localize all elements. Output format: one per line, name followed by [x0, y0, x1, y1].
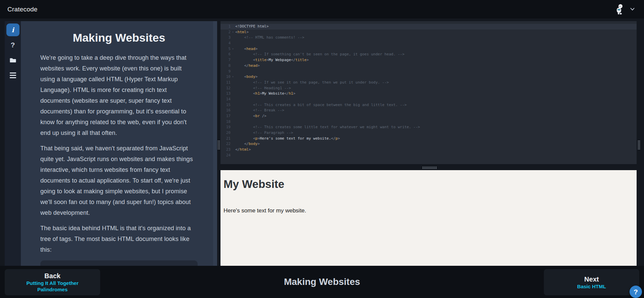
line-number: 12 [220, 86, 231, 91]
line-number: 3 [220, 35, 231, 41]
question-mark-icon: ? [11, 41, 15, 49]
code-line[interactable]: 21 <p>Here's some text for my website.</… [220, 136, 637, 142]
back-label: Back [44, 272, 61, 280]
code-line[interactable]: 13 <h1>My Website</h1> [220, 91, 637, 97]
brand-logo[interactable]: Cratecode [7, 6, 37, 13]
line-number: 17 [220, 113, 231, 119]
line-number: 10 [220, 74, 231, 80]
code-line[interactable]: 1<!DOCTYPE html> [220, 24, 637, 30]
line-number: 11 [220, 80, 231, 86]
panel-resize-grip-right[interactable] [638, 140, 640, 149]
code-line[interactable]: 5▾ <head> [220, 46, 637, 52]
line-number: 7 [220, 57, 231, 63]
sidebar-item-menu[interactable] [6, 69, 19, 82]
code-line[interactable]: 23</html> [220, 147, 637, 153]
line-number: 24 [220, 153, 231, 158]
code-line[interactable]: 12 <!-- Heading1 --> [220, 86, 637, 91]
lesson-title: Making Websites [40, 31, 198, 44]
website-preview-pane: My Website Here's some text for my websi… [220, 170, 637, 266]
code-editor[interactable]: 1<!DOCTYPE html>2▾<html>3 <!-- HTML has … [220, 21, 637, 164]
panel-resize-grip-left[interactable] [217, 140, 220, 149]
line-number: 6 [220, 52, 231, 57]
preview-body-text: Here's some text for my website. [224, 207, 637, 214]
top-navbar: Cratecode [0, 0, 644, 18]
code-line[interactable]: 2▾<html> [220, 30, 637, 35]
code-line[interactable]: 17 <br /> [220, 113, 637, 119]
code-line[interactable]: 8 </head> [220, 63, 637, 69]
line-number: 14 [220, 97, 231, 102]
folder-icon [10, 57, 16, 63]
code-line[interactable]: 4 [220, 41, 637, 46]
code-line[interactable]: 3 <!-- HTML has comments! --> [220, 35, 637, 41]
line-number: 19 [220, 125, 231, 130]
panel-resize-grip-horizontal[interactable] [422, 166, 437, 169]
sidebar-item-info[interactable]: i [6, 23, 19, 36]
back-link-lesson[interactable]: Putting It All Together [27, 280, 79, 286]
user-avatar[interactable] [614, 4, 625, 15]
line-number: 1 [220, 24, 231, 30]
line-number: 21 [220, 136, 231, 142]
fold-arrow-icon[interactable]: ▾ [231, 46, 235, 52]
back-nav-card[interactable]: Back Putting It All Together Palindromes [5, 269, 100, 295]
lesson-scrollbar[interactable] [213, 21, 217, 266]
line-number: 20 [220, 130, 231, 136]
lesson-paragraph: We're going to take a deep dive through … [40, 52, 198, 138]
line-number: 23 [220, 147, 231, 153]
code-line[interactable]: 6 <!-- If something can't be seen on the… [220, 52, 637, 57]
fold-arrow-icon[interactable]: ▾ [231, 30, 235, 35]
line-number: 2 [220, 30, 231, 35]
sidebar-item-files[interactable] [6, 54, 19, 66]
lesson-panel: Making Websites We're going to take a de… [21, 21, 217, 266]
line-number: 18 [220, 119, 231, 125]
code-line[interactable]: 19 <!-- This creates some little text fo… [220, 125, 637, 130]
next-nav-card[interactable]: Next Basic HTML [544, 269, 639, 295]
code-line[interactable]: 24 [220, 153, 637, 158]
help-button[interactable]: ? [630, 286, 642, 298]
bottom-navigation-bar: Back Putting It All Together Palindromes… [0, 266, 644, 298]
lesson-code-block: <!DOCTYPE html> [40, 260, 198, 266]
robot-avatar-icon [614, 4, 625, 15]
code-line[interactable]: 11 <!-- If we see it on the page, then w… [220, 80, 637, 86]
chevron-down-icon[interactable] [630, 8, 635, 11]
line-number: 8 [220, 63, 231, 69]
line-number: 15 [220, 102, 231, 108]
code-line[interactable]: 9 [220, 69, 637, 74]
hamburger-menu-icon [10, 72, 16, 78]
code-line[interactable]: 16 <!-- Break --> [220, 108, 637, 113]
fold-arrow-icon[interactable]: ▾ [231, 74, 235, 80]
lesson-sidebar: i ? [5, 21, 21, 266]
line-number: 16 [220, 108, 231, 113]
sidebar-item-help[interactable]: ? [6, 39, 19, 51]
preview-heading: My Website [224, 178, 637, 191]
info-icon: i [11, 26, 14, 34]
line-number: 4 [220, 41, 231, 46]
code-line[interactable]: 10▾ <body> [220, 74, 637, 80]
code-line[interactable]: 14 [220, 97, 637, 102]
lesson-paragraph: That being said, we haven't separated fr… [40, 143, 198, 218]
code-line[interactable]: 7 <title>My Webpage</title> [220, 57, 637, 63]
lesson-paragraph: The basic idea behind HTML is that it's … [40, 223, 198, 255]
next-link-lesson[interactable]: Basic HTML [577, 284, 606, 290]
code-line[interactable]: 20 <!-- Paragraph --> [220, 130, 637, 136]
line-number: 5 [220, 46, 231, 52]
line-number: 13 [220, 91, 231, 97]
line-number: 22 [220, 141, 231, 147]
code-line[interactable]: 15 <!-- This creates a bit of space betw… [220, 102, 637, 108]
back-link-lesson[interactable]: Palindromes [37, 287, 68, 293]
code-line[interactable]: 22 </body> [220, 141, 637, 147]
next-label: Next [584, 275, 599, 283]
line-number: 9 [220, 69, 231, 74]
code-line[interactable]: 18 [220, 119, 637, 125]
